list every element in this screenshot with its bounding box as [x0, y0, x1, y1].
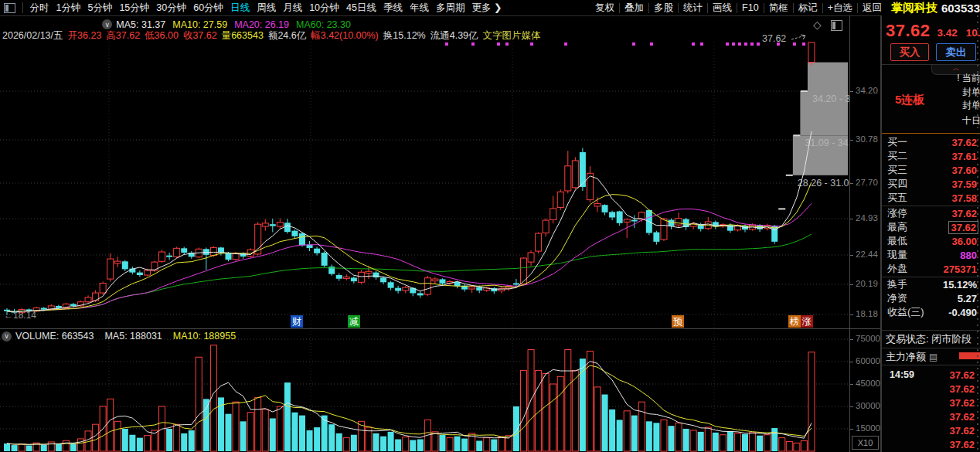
quote-label: 最高 [887, 220, 907, 234]
axis-tick [850, 219, 853, 219]
quote-row-收益(三)[interactable]: 收益(三)-0.490 [882, 305, 980, 319]
svg-text:37.62: 37.62 [762, 33, 786, 44]
quote-value: 37.62 [951, 208, 977, 219]
event-badge[interactable]: 减 [348, 315, 360, 328]
ohlc-info-line: 2026/02/13/五开36.23高37.62低36.00收37.62量663… [2, 29, 546, 42]
quote-label: 换手 [887, 277, 907, 291]
tick-time: 14:59 [890, 369, 914, 380]
diamond-icon[interactable]: ◇ [813, 19, 822, 31]
svg-text:←18.14: ←18.14 [4, 310, 36, 321]
ma-value-label: MA10: 27.59 [172, 19, 227, 30]
axis-tick [850, 362, 853, 362]
quote-value: 37.62 [948, 221, 978, 234]
quote-row-外盘[interactable]: 外盘275371 [882, 262, 980, 276]
volume-ma5: MA5: 188031 [104, 331, 162, 342]
quote-value: 36.00 [951, 236, 977, 247]
quote-label: 涨停 [887, 206, 907, 220]
quote-row-买二[interactable]: 买二37.61 [882, 149, 980, 163]
ma-values: MA5: 31.37MA10: 27.59MA20: 26.19MA60: 23… [116, 19, 358, 30]
quote-label: 买二 [887, 149, 907, 163]
ma-value-label: MA5: 31.37 [116, 19, 165, 30]
buy-button[interactable]: 买入 [890, 43, 929, 61]
sell-button[interactable]: 卖出 [936, 43, 976, 61]
ma-value-label: MA60: 23.30 [296, 19, 351, 30]
axis-tick [850, 91, 853, 92]
ohlc-token: 2026/02/13/五 [2, 29, 63, 42]
quote-panel: 37.62 3.42 10.0 买入 卖出 ︿ ! 当前封封单占封单占十日总 5… [881, 15, 980, 452]
candlestick-chart[interactable]: 28.26 - 31.0931.09 - 34.2034.20 - 36.23←… [0, 0, 850, 452]
ma-value-label: MA20: 26.19 [234, 19, 289, 30]
tick-row: 37.62 [882, 396, 980, 410]
quote-value: 15.12% [943, 279, 977, 291]
quote-value: 880 [960, 250, 977, 261]
quote-row-买三[interactable]: 买三37.60 [882, 163, 980, 177]
quote-label: 买四 [887, 177, 907, 191]
trading-terminal: 分时1分钟5分钟15分钟30分钟60分钟日线周线月线10分钟45日线季线年线多周… [0, 0, 980, 452]
tool-menu-item[interactable]: 返回 [858, 2, 886, 15]
quote-label: 净资 [887, 291, 907, 305]
quote-row-涨停[interactable]: 涨停37.62 [882, 206, 980, 220]
volume-pane-header: ∨ VOLUME: 663543 MA5: 188031 MA10: 18895… [2, 331, 236, 342]
ohlc-token: 低36.00 [145, 29, 179, 42]
scroll-edge[interactable] [977, 15, 978, 452]
ohlc-token: 幅3.42(10.00%) [311, 29, 379, 42]
svg-text:34.20 - 36.23: 34.20 - 36.23 [812, 93, 850, 104]
quote-row-换手[interactable]: 换手15.12% [882, 277, 980, 291]
quote-label: 最低 [887, 234, 907, 248]
svg-text:28.26 - 31.09: 28.26 - 31.09 [798, 178, 850, 189]
seal-info-row: 十日总 [913, 114, 980, 127]
quote-label: 买五 [887, 191, 907, 205]
stock-code: 603533 [941, 2, 980, 15]
quote-value: 5.27 [958, 293, 977, 304]
quote-row-最低[interactable]: 最低36.00 [882, 234, 980, 248]
chart-corner-tools: ◇ [813, 19, 842, 31]
limit-up-streak-badge: 5连板 [895, 93, 924, 107]
axis-tick [850, 406, 853, 407]
quote-value: 37.62 [951, 137, 977, 148]
chart-area[interactable]: 28.26 - 31.0931.09 - 34.2034.20 - 36.23←… [0, 0, 850, 452]
quote-value: -0.490 [948, 307, 977, 318]
tick-price: 37.62 [949, 383, 975, 395]
axis-tick [850, 314, 853, 315]
quote-value: 37.59 [951, 178, 977, 190]
list-icon[interactable]: ▤ [929, 352, 937, 362]
split-view-icon[interactable] [831, 20, 842, 31]
event-badge[interactable]: 财 [291, 315, 303, 328]
axis-tick [850, 429, 853, 430]
quote-row-买四[interactable]: 买四37.59 [882, 177, 980, 191]
price-change: 3.42 [937, 27, 958, 39]
quote-row-买一[interactable]: 买一37.62 [882, 135, 980, 149]
event-badge[interactable]: 榜 [788, 315, 801, 328]
seal-info-row: ! 当前封 [913, 72, 980, 85]
stock-name: 掌阅科技 [891, 1, 937, 15]
quote-value: 37.61 [951, 151, 977, 162]
tick-price: 37.62 [949, 397, 975, 409]
collapse-icon[interactable]: ∨ [2, 331, 12, 342]
quote-row-买五[interactable]: 买五37.58 [882, 191, 980, 205]
stock-title: 掌阅科技 603533 [891, 1, 980, 15]
volume-unit-label: X10 [852, 436, 879, 450]
quote-value: 37.60 [951, 165, 977, 176]
event-badge[interactable]: 涨 [801, 315, 813, 328]
main-net-row[interactable]: 主力净额 ▤ [886, 350, 937, 364]
ohlc-token: 收37.62 [183, 29, 217, 42]
tick-price: 37.62 [949, 425, 975, 437]
collapse-icon[interactable]: ∨ [102, 19, 112, 29]
quote-label: 外盘 [887, 262, 907, 276]
tick-row: 37.62 [882, 437, 980, 451]
axis-tick [850, 183, 853, 184]
ohlc-token: 额24.6亿 [268, 29, 306, 42]
quote-row-净资[interactable]: 净资5.27 [882, 291, 980, 305]
quote-label: 现量 [887, 248, 907, 262]
event-badge[interactable]: 预 [672, 315, 684, 328]
quote-label: 买一 [887, 135, 907, 149]
quote-row-现量[interactable]: 现量880 [882, 248, 980, 262]
quote-row-最高[interactable]: 最高37.62 [882, 220, 980, 234]
tick-row: 37.62 [882, 382, 980, 396]
quote-value: 275371 [944, 263, 977, 275]
tick-price: 37.62 [949, 411, 975, 423]
tick-row: 14:5937.62 [882, 368, 980, 382]
tick-price: 37.62 [949, 369, 975, 381]
axis-tick [850, 284, 853, 285]
last-price: 37.62 [886, 21, 931, 41]
